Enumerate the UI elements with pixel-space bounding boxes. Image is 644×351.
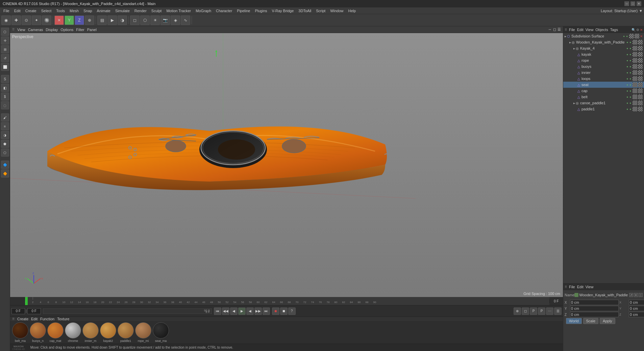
menu-simulate[interactable]: Simulate <box>113 8 132 14</box>
tool-add[interactable]: ✚ <box>11 16 21 25</box>
om-vis-paddle1[interactable]: ● <box>626 108 628 111</box>
tool-move-z[interactable]: Z <box>75 16 84 25</box>
tool-mesh[interactable]: ✦ <box>32 16 41 25</box>
om-row-cap[interactable]: △ cap ● ● <box>563 88 644 94</box>
goto-start-button[interactable]: ⏮ <box>214 307 221 315</box>
play-button[interactable]: ▶ <box>238 307 246 315</box>
menu-tools[interactable]: Tools <box>54 8 67 14</box>
mat-handle[interactable]: ⠿ <box>12 317 15 321</box>
om-vis-belt[interactable]: ● <box>626 96 628 99</box>
pb-btn-6[interactable]: ☰ <box>554 307 562 315</box>
tool-move[interactable]: ✛ <box>1 36 9 45</box>
om-row-paddle-group[interactable]: ▸ ◎ canoe_paddle1 ● ● <box>563 100 644 106</box>
tool-sculpt-brush[interactable]: 🖌 <box>1 113 9 122</box>
om-vis-kayak[interactable]: ● <box>626 53 628 56</box>
tool-weight[interactable]: ⬠ <box>1 148 9 157</box>
mat-menu-function[interactable]: Function <box>40 317 54 321</box>
om-render-sub[interactable]: ● <box>626 35 628 38</box>
pb-btn-5[interactable]: ⋯ <box>546 307 553 315</box>
viewport-menu-filter[interactable]: Filter <box>76 28 84 32</box>
attr-menu-view[interactable]: View <box>586 285 594 289</box>
menu-window[interactable]: Window <box>328 8 345 14</box>
material-seat[interactable]: seat_ma <box>153 322 169 343</box>
timeline-frames[interactable]: 0 2 4 6 8 10 12 14 16 18 20 22 <box>25 297 549 305</box>
menu-pipeline[interactable]: Pipeline <box>235 8 252 14</box>
next-frame-button[interactable]: ▶▶ <box>254 307 262 315</box>
tool-joint[interactable]: 🔷 <box>1 161 9 169</box>
viewport-handle[interactable]: ⠿ <box>12 28 15 31</box>
om-render-belt[interactable]: ● <box>629 96 631 99</box>
viewport-menu-panel[interactable]: Panel <box>87 28 97 32</box>
tool-spline[interactable]: 🔘 <box>42 16 51 25</box>
attr-x2-input[interactable] <box>629 300 644 305</box>
menu-animate[interactable]: Animate <box>95 8 113 14</box>
minimize-button[interactable]: ─ <box>624 1 629 6</box>
pb-btn-3[interactable]: P <box>530 307 537 315</box>
attr-handle[interactable]: ⠿ <box>565 285 567 289</box>
menu-mesh[interactable]: Mesh <box>68 8 81 14</box>
om-vis-loops[interactable]: ● <box>626 77 628 80</box>
viewport-menu-cameras[interactable]: Cameras <box>28 28 43 32</box>
material-rope[interactable]: rope_mi <box>135 322 151 343</box>
om-vis-pg[interactable]: ● <box>626 102 628 105</box>
viewport-menu-options[interactable]: Options <box>60 28 73 32</box>
tool-deform[interactable]: ◑ <box>1 131 9 139</box>
tool-spline2[interactable]: ∿ <box>181 16 190 25</box>
menu-script[interactable]: Script <box>314 8 327 14</box>
attr-name-btn2[interactable]: ≡ <box>634 293 638 297</box>
om-vis-sub[interactable]: ● <box>623 35 625 38</box>
tool-subtract[interactable]: ⊙ <box>22 16 31 25</box>
menu-vray[interactable]: V-Ray Bridge <box>270 8 296 14</box>
om-render-km[interactable]: ● <box>629 41 631 44</box>
record-button[interactable]: ⏺ <box>272 307 279 315</box>
pb-btn-1[interactable]: ⊕ <box>514 307 521 315</box>
tool-render-region[interactable]: ▤ <box>97 16 107 25</box>
om-search-icon[interactable]: 🔍 <box>631 28 636 32</box>
attr-x-input[interactable] <box>570 300 619 305</box>
menu-edit[interactable]: Edit <box>12 8 23 14</box>
om-vis-innier[interactable]: ● <box>626 71 628 74</box>
om-handle[interactable]: ⠿ <box>565 28 567 32</box>
tool-material[interactable]: ◈ <box>171 16 180 25</box>
om-row-subdivision[interactable]: ▸ ⬡ Subdivision Surface ● ● ✕ <box>563 33 644 39</box>
pb-btn-4[interactable]: P <box>538 307 545 315</box>
attr-menu-edit[interactable]: Edit <box>577 285 584 289</box>
menu-mograph[interactable]: MoGraph <box>194 8 213 14</box>
material-innier[interactable]: innier_m <box>82 322 99 343</box>
close-button[interactable]: ✕ <box>637 1 641 6</box>
menu-create[interactable]: Create <box>23 8 39 14</box>
om-menu-file[interactable]: File <box>569 28 575 32</box>
om-row-rope[interactable]: △ rope ● ● <box>563 57 644 63</box>
material-paddle[interactable]: paddle1 <box>118 322 134 343</box>
tool-light[interactable]: ☀ <box>150 16 160 25</box>
om-row-paddle1[interactable]: △ paddle1 ● ● <box>563 106 644 112</box>
attr-z2-input[interactable] <box>629 312 644 317</box>
viewport-icon-2[interactable]: ◻ <box>553 27 556 32</box>
tool-render[interactable]: ▶ <box>107 16 117 25</box>
om-row-loops[interactable]: △ loops ● ● <box>563 76 644 82</box>
tool-rotate[interactable]: ↺ <box>1 54 9 62</box>
tool-paint[interactable]: S <box>1 75 9 83</box>
tool-model[interactable]: ◉ <box>1 16 11 25</box>
mat-menu-create[interactable]: Create <box>17 317 28 321</box>
om-close-icon[interactable]: ✕ <box>640 28 643 32</box>
material-belt[interactable]: belt_ma <box>12 322 28 343</box>
om-render-paddle1[interactable]: ● <box>629 108 631 111</box>
tool-layer[interactable]: ≡ <box>1 122 9 130</box>
om-row-buoys[interactable]: △ buoys ● ● <box>563 63 644 70</box>
om-render-k4[interactable]: ● <box>629 47 631 50</box>
menu-file[interactable]: File <box>1 8 11 14</box>
tool-mirror[interactable]: ◧ <box>1 84 9 92</box>
tool-magnet[interactable]: ◌ <box>1 101 9 109</box>
layout-selector[interactable]: Layout: Startup (User) ▼ <box>601 9 643 13</box>
viewport-icon-3[interactable]: ☰ <box>558 27 561 32</box>
om-menu-tags[interactable]: Tags <box>610 28 618 32</box>
mat-menu-edit[interactable]: Edit <box>31 317 38 321</box>
mat-menu-texture[interactable]: Texture <box>57 317 69 321</box>
material-cap[interactable]: cap_mat <box>47 322 64 343</box>
om-render-innier[interactable]: ● <box>629 71 631 74</box>
material-kayak[interactable]: kayak2 <box>100 322 116 343</box>
om-vis-k4[interactable]: ● <box>626 47 628 50</box>
menu-snap[interactable]: Snap <box>81 8 94 14</box>
pb-btn-2[interactable]: ◻ <box>522 307 529 315</box>
